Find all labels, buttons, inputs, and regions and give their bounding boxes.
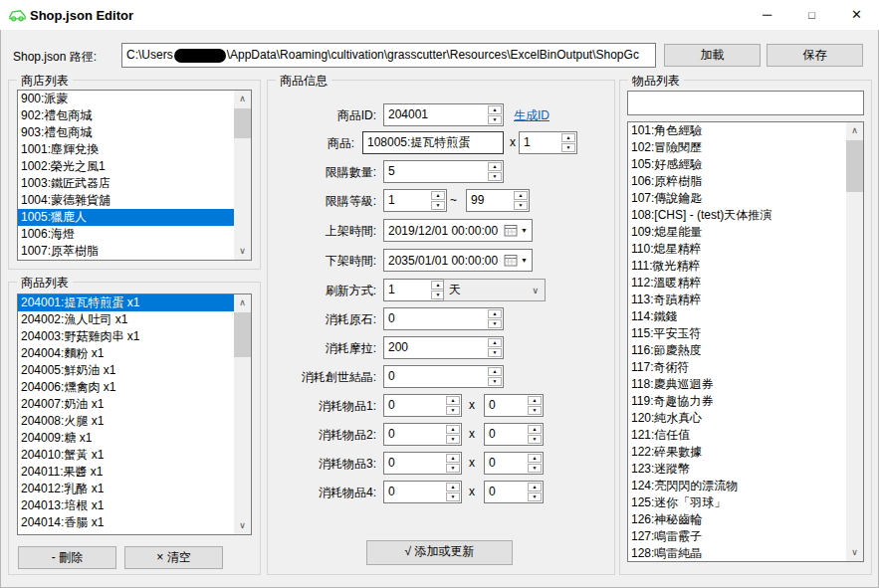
scroll-down-icon[interactable]: ∨ [846,544,863,561]
maximize-button[interactable]: □ [789,0,834,30]
list-item[interactable]: 128:鳴雷純晶 [628,545,846,561]
list-item[interactable]: 204007:奶油 x1 [18,396,234,413]
list-item[interactable]: 903:禮包商城 [18,124,234,141]
shop-list-scrollbar[interactable]: ∧ ∨ [234,91,251,260]
list-item[interactable]: 125:迷你「羽球」 [628,494,846,511]
list-item[interactable]: 204011:果醬 x1 [18,464,234,481]
scroll-up-icon[interactable]: ∧ [234,294,251,311]
list-item[interactable]: 124:亮閃閃的漂流物 [628,478,846,494]
list-item[interactable]: 1004:蒙德雜貨舖 [18,192,234,209]
list-item[interactable]: 117:奇術符 [628,359,846,376]
list-item[interactable]: 108:[CHS] - (test)天体推演 [628,207,846,224]
level-max-spinner[interactable]: 99 ▲▼ [466,189,530,212]
cost-item2-count-spinner[interactable]: 0 ▲▼ [484,423,544,446]
save-button[interactable]: 保存 [767,44,863,67]
cost-item1-id-spinner[interactable]: 0 ▲▼ [383,394,462,417]
spinner-down-icon[interactable]: ▼ [446,435,460,444]
scrollbar-thumb[interactable] [234,108,251,138]
cost-item4-count-spinner[interactable]: 0 ▲▼ [484,481,544,503]
spinner-down-icon[interactable]: ▼ [488,319,502,328]
list-item[interactable]: 114:鐵錢 [628,308,846,325]
list-item[interactable]: 1003:鐵匠武器店 [18,175,234,192]
scroll-up-icon[interactable]: ∧ [234,91,251,107]
path-input[interactable]: C:\Users \AppData\Roaming\cultivation\gr… [121,43,656,68]
spinner-down-icon[interactable]: ▼ [528,435,542,444]
list-item[interactable]: 120:純水真心 [628,410,846,427]
spinner-up-icon[interactable]: ▲ [446,483,460,491]
shop-listbox[interactable]: 900:派蒙902:禮包商城903:禮包商城1001:塵輝兌換1002:榮光之風… [17,90,252,261]
list-item[interactable]: 1006:海燈 [18,226,234,243]
list-item[interactable]: 1001:塵輝兌換 [18,141,234,158]
level-min-spinner[interactable]: 1 ▲▼ [383,189,447,212]
cost-item3-count-spinner[interactable]: 0 ▲▼ [484,452,544,475]
list-item[interactable]: 118:慶典巡迴券 [628,376,846,393]
list-item[interactable]: 107:傳說鑰匙 [628,190,846,207]
list-item[interactable]: 105:好感經驗 [628,156,846,173]
list-item[interactable]: 204003:野菇雞肉串 x1 [18,328,234,345]
list-item[interactable]: 110:熄星精粹 [628,241,846,258]
cost-mora-spinner[interactable]: 200 ▲▼ [383,336,504,359]
add-or-update-button[interactable]: √ 添加或更新 [366,540,513,565]
spinner-up-icon[interactable]: ▲ [431,191,445,200]
spinner-down-icon[interactable]: ▼ [514,201,528,210]
list-item[interactable]: 122:碎果數據 [628,444,846,461]
list-item[interactable]: 113:奇蹟精粹 [628,292,846,308]
list-item[interactable]: 115:平安玉符 [628,325,846,342]
spinner-down-icon[interactable]: ▼ [488,172,502,181]
list-item[interactable]: 204014:香腸 x1 [18,514,234,531]
list-item[interactable]: 204008:火腿 x1 [18,413,234,430]
load-button[interactable]: 加載 [664,44,761,67]
spinner-up-icon[interactable]: ▲ [488,309,502,318]
spinner-down-icon[interactable]: ▼ [488,115,502,124]
goods-count-spinner[interactable]: 1 ▲▼ [519,131,577,154]
goods-id-spinner[interactable]: 204001 ▲▼ [383,103,504,126]
list-item[interactable]: 102:冒險閱歷 [628,139,846,156]
generate-id-link[interactable]: 生成ID [514,107,549,124]
cost-item1-count-spinner[interactable]: 0 ▲▼ [484,394,544,417]
list-item[interactable]: 204002:漁人吐司 x1 [18,311,234,328]
item-list-scrollbar[interactable]: ∧ ∨ [846,122,863,561]
list-item[interactable]: 109:熄星能量 [628,224,846,241]
buy-limit-spinner[interactable]: 5 ▲▼ [383,160,504,183]
spinner-up-icon[interactable]: ▲ [528,396,542,405]
list-item[interactable]: 204001:提瓦特煎蛋 x1 [18,294,234,311]
scroll-down-icon[interactable]: ∨ [234,517,251,534]
cost-item2-id-spinner[interactable]: 0 ▲▼ [383,423,462,446]
spinner-up-icon[interactable]: ▲ [488,105,502,114]
list-item[interactable]: 123:迷蹤幣 [628,461,846,478]
scrollbar-thumb[interactable] [846,140,863,192]
spinner-down-icon[interactable]: ▼ [528,406,542,415]
spinner-up-icon[interactable]: ▲ [488,338,502,347]
scroll-up-icon[interactable]: ∧ [846,122,863,139]
scrollbar-thumb[interactable] [234,312,251,357]
spinner-down-icon[interactable]: ▼ [561,143,575,152]
spinner-down-icon[interactable]: ▼ [446,464,460,473]
delete-button[interactable]: - 刪除 [18,546,116,569]
spinner-up-icon[interactable]: ▲ [446,425,460,434]
spinner-down-icon[interactable]: ▼ [488,348,502,357]
list-item[interactable]: 1002:榮光之風1 [18,158,234,175]
spinner-up-icon[interactable]: ▲ [446,454,460,463]
spinner-up-icon[interactable]: ▲ [561,133,575,142]
begin-time-picker[interactable]: 2019/12/01 00:00:00 ▼ [383,219,533,242]
dropdown-arrow-icon[interactable]: ▼ [521,257,528,264]
spinner-up-icon[interactable]: ▲ [528,483,542,491]
minimize-button[interactable]: ─ [745,0,789,30]
list-item[interactable]: 127:鳴雷霰子 [628,528,846,545]
refresh-value-spinner[interactable]: 1 ▲▼ [383,279,447,301]
item-search-input[interactable] [627,91,864,115]
spinner-down-icon[interactable]: ▼ [446,492,460,501]
spinner-up-icon[interactable]: ▲ [528,425,542,434]
spinner-up-icon[interactable]: ▲ [488,367,502,376]
list-item[interactable]: 106:原粹樹脂 [628,173,846,190]
spinner-down-icon[interactable]: ▼ [488,377,502,386]
item-listbox[interactable]: 101:角色經驗102:冒險閱歷105:好感經驗106:原粹樹脂107:傳說鑰匙… [627,121,864,562]
cost-crystal-spinner[interactable]: 0 ▲▼ [383,365,504,388]
goods-list-scrollbar[interactable]: ∧ ∨ [234,294,251,534]
list-item[interactable]: 900:派蒙 [18,91,234,107]
list-item[interactable]: 116:節慶熱度 [628,342,846,359]
spinner-up-icon[interactable]: ▲ [514,191,528,200]
list-item[interactable]: 204009:糖 x1 [18,430,234,447]
list-item[interactable]: 902:禮包商城 [18,107,234,124]
end-time-picker[interactable]: 2035/01/01 00:00:00 ▼ [383,249,533,272]
